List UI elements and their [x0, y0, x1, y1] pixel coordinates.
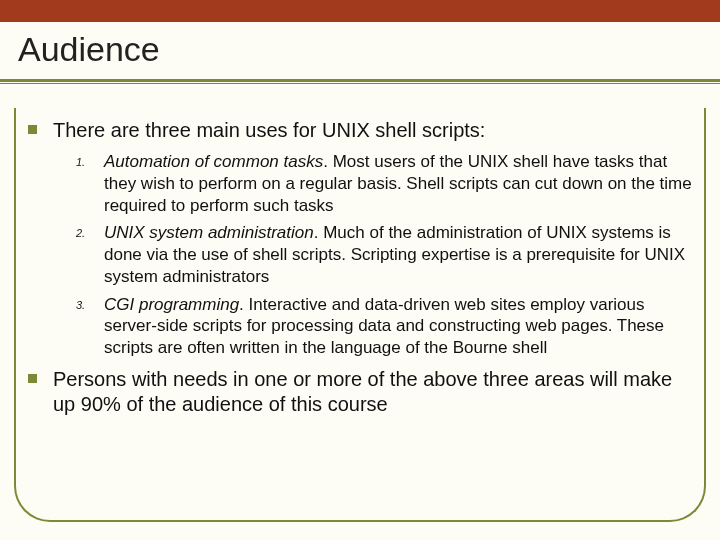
bullet-text: Persons with needs in one or more of the…	[53, 367, 698, 417]
list-number: 3.	[76, 294, 104, 359]
list-body: UNIX system administration. Much of the …	[104, 222, 694, 287]
bullet-item: There are three main uses for UNIX shell…	[28, 118, 698, 143]
list-lead: Automation of common tasks	[104, 152, 323, 171]
list-item: 1. Automation of common tasks. Most user…	[76, 151, 694, 216]
list-lead: CGI programming	[104, 295, 239, 314]
list-body: CGI programming. Interactive and data-dr…	[104, 294, 694, 359]
list-item: 3. CGI programming. Interactive and data…	[76, 294, 694, 359]
slide-body: There are three main uses for UNIX shell…	[28, 118, 698, 512]
accent-band	[0, 0, 720, 22]
list-item: 2. UNIX system administration. Much of t…	[76, 222, 694, 287]
bullet-icon	[28, 374, 37, 383]
title-area: Audience	[0, 22, 720, 79]
list-lead: UNIX system administration	[104, 223, 314, 242]
list-number: 1.	[76, 151, 104, 216]
bullet-item: Persons with needs in one or more of the…	[28, 367, 698, 417]
slide-title: Audience	[18, 30, 702, 69]
list-body: Automation of common tasks. Most users o…	[104, 151, 694, 216]
title-rule	[0, 79, 720, 85]
bullet-icon	[28, 125, 37, 134]
numbered-list: 1. Automation of common tasks. Most user…	[76, 151, 694, 359]
bullet-text: There are three main uses for UNIX shell…	[53, 118, 485, 143]
list-number: 2.	[76, 222, 104, 287]
